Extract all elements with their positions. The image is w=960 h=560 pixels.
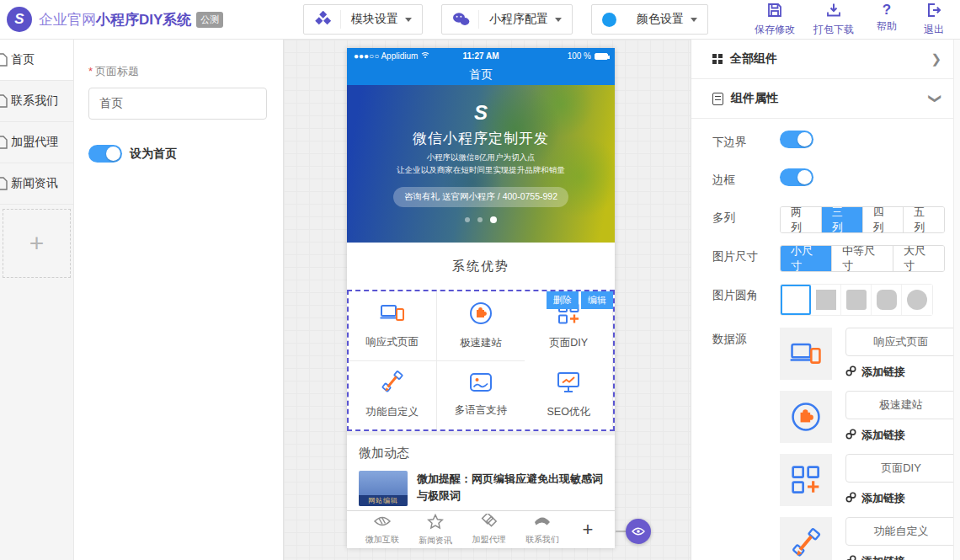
page-icon [0, 136, 8, 149]
tab-news[interactable]: 新闻资讯 [408, 514, 461, 547]
columns-option-3-selected[interactable]: 三列 [822, 207, 863, 232]
component-props-header[interactable]: 组件属性 ❯ [691, 79, 953, 119]
size-option-large[interactable]: 大尺寸 [893, 246, 944, 271]
datasource-list: 添加链接 添加链接 [780, 328, 957, 560]
preview-eye-button[interactable] [626, 519, 651, 544]
color-settings-button[interactable]: 颜色设置 [591, 4, 708, 35]
add-link-button[interactable]: 添加链接 [845, 428, 957, 443]
help-label: 帮助 [877, 19, 897, 34]
feature-label: 页面DIY [549, 336, 588, 350]
radius-option-medium[interactable] [872, 285, 902, 315]
image-size-row: 图片尺寸 小尺寸 中等尺寸 大尺寸 [712, 245, 953, 272]
add-link-button[interactable]: 添加链接 [845, 491, 957, 506]
bottom-border-toggle[interactable] [780, 131, 813, 148]
tags-icon [480, 514, 499, 532]
save-button[interactable]: 保存修改 [755, 3, 795, 37]
size-option-small-selected[interactable]: 小尺寸 [781, 246, 832, 271]
link-icon [845, 555, 856, 560]
module-actions: 删除 编辑 [547, 291, 613, 309]
feature-cell[interactable]: 极速建站 [437, 291, 525, 361]
preview-connector [616, 531, 626, 532]
size-option-medium[interactable]: 中等尺寸 [832, 246, 893, 271]
radius-option-none-selected[interactable] [781, 285, 811, 315]
add-link-button[interactable]: 添加链接 [845, 365, 957, 380]
dot-active [490, 216, 497, 223]
feature-grid-selected-module[interactable]: 删除 编辑 响应式页面 极速建站 页面DIY 功能自定义 [347, 290, 615, 431]
tab-contact[interactable]: 联系我们 [515, 515, 568, 546]
tab-weijia[interactable]: 微加互联 [355, 514, 408, 546]
page-title-field-label: *页面标题 [88, 63, 266, 79]
columns-option-2[interactable]: 两列 [781, 207, 822, 232]
beta-badge: 公测 [196, 12, 223, 28]
tabbar-add-button[interactable]: + [569, 519, 606, 541]
add-link-button[interactable]: 添加链接 [845, 554, 957, 560]
feature-cell[interactable]: 功能自定义 [349, 361, 437, 430]
help-icon: ? [883, 3, 891, 18]
miniapp-config-button[interactable]: 小程序配置 [441, 4, 573, 35]
preview-canvas: ●●●○○ Applidium 11:27 AM 100 % 首页 S 微信小程… [284, 40, 691, 560]
module-settings-label: 模块设置 [351, 12, 398, 27]
page-item-label: 首页 [11, 52, 35, 67]
hero-banner[interactable]: S 微信小程序定制开发 小程序以微信8亿用户为切入点 让企业以及商家在短时间里实… [347, 85, 615, 243]
tab-label: 加盟代理 [472, 534, 506, 546]
sidebar-item-agency[interactable]: 加盟代理 [0, 122, 73, 163]
page-settings-panel: *页面标题 设为首页 [74, 40, 284, 560]
color-settings-label: 颜色设置 [637, 12, 684, 27]
radius-options [780, 284, 933, 316]
datasource-row: 数据源 添加链接 [712, 328, 953, 560]
datasource-title-input[interactable] [845, 391, 957, 419]
chevron-down-icon [405, 18, 412, 22]
weijia-eye-icon [373, 514, 392, 532]
components-grid-icon [712, 54, 723, 64]
exit-button[interactable]: 退出 [920, 3, 948, 37]
page-diy-icon [780, 454, 832, 506]
radius-option-circle[interactable] [902, 285, 932, 315]
radius-option-small[interactable] [841, 285, 872, 315]
chevron-down-icon [691, 18, 697, 22]
exit-label: 退出 [924, 23, 944, 37]
sidebar-item-news[interactable]: 新闻资讯 [0, 163, 73, 205]
miniprogram-logo-icon: S [347, 102, 615, 124]
edit-module-button[interactable]: 编辑 [581, 291, 613, 309]
all-components-header[interactable]: 全部组件 ❯ [691, 40, 953, 79]
radius-option-square[interactable] [811, 285, 841, 315]
columns-option-5[interactable]: 五列 [904, 207, 944, 232]
scrollbar[interactable] [953, 40, 960, 560]
feature-label: 多语言支持 [455, 403, 508, 418]
dot [465, 217, 470, 222]
help-button[interactable]: ? 帮助 [872, 3, 901, 37]
battery-label: 100 % [568, 51, 591, 61]
header-menus: 模块设置 小程序配置 颜色设置 [303, 4, 708, 35]
feature-cell[interactable]: 响应式页面 [349, 291, 437, 361]
sidebar-item-contact[interactable]: 联系我们 [0, 81, 73, 122]
phone-preview: ●●●○○ Applidium 11:27 AM 100 % 首页 S 微信小程… [347, 48, 615, 548]
banner-cta-pill[interactable]: 咨询有礼 送官网小程序 / 400-0755-992 [393, 187, 568, 207]
download-button[interactable]: 打包下载 [813, 3, 854, 37]
datasource-title-input[interactable] [845, 328, 957, 356]
tab-agency[interactable]: 加盟代理 [462, 514, 515, 546]
module-settings-button[interactable]: 模块设置 [303, 4, 423, 35]
sidebar-item-home[interactable]: 首页 [0, 40, 73, 81]
speed-build-icon [780, 391, 832, 443]
download-label: 打包下载 [813, 23, 854, 37]
feature-cell[interactable]: SEO优化 [525, 361, 613, 430]
delete-module-button[interactable]: 删除 [547, 291, 579, 309]
feature-label: 功能自定义 [366, 405, 419, 419]
feature-cell[interactable]: 多语言支持 [437, 361, 525, 430]
news-list-item[interactable]: 网站编辑 微加提醒：网页编辑应避免出现敏感词与极限词 [347, 471, 615, 510]
datasource-title-input[interactable] [845, 517, 957, 546]
border-toggle[interactable] [780, 168, 813, 186]
properties-panel: 全部组件 ❯ 组件属性 ❯ 下边界 边框 多列 两列 三列 四列 五列 图片尺寸 [691, 40, 960, 560]
carousel-dots[interactable] [347, 216, 615, 223]
set-home-toggle[interactable] [88, 145, 122, 163]
columns-segmented: 两列 三列 四列 五列 [780, 206, 945, 233]
tab-label: 联系我们 [525, 534, 559, 546]
phone-handset-icon [533, 515, 552, 532]
columns-option-4[interactable]: 四列 [863, 207, 904, 232]
save-icon [767, 3, 782, 21]
page-title-input[interactable] [88, 88, 267, 120]
datasource-item: 添加链接 [780, 517, 957, 560]
header-actions: 保存修改 打包下载 ? 帮助 退出 [755, 3, 948, 37]
datasource-title-input[interactable] [845, 454, 957, 483]
add-page-button[interactable]: + [3, 209, 71, 278]
